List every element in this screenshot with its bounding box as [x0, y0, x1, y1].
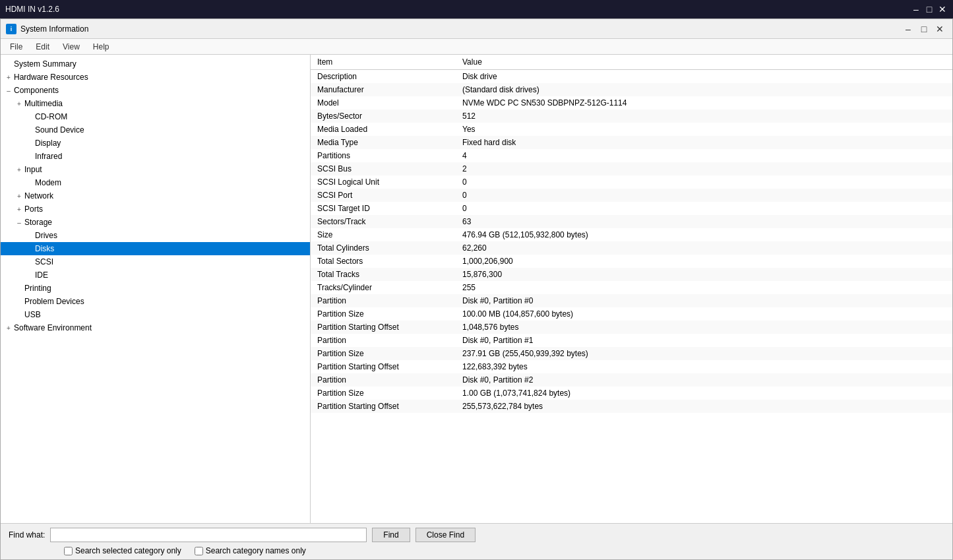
sidebar-item-hardware-resources[interactable]: +Hardware Resources — [1, 71, 310, 84]
table-cell-value: 2 — [456, 162, 952, 175]
sidebar-item-label-scsi: SCSI — [35, 257, 53, 266]
expander-icon-storage: – — [14, 217, 24, 228]
table-cell-value: Fixed hard disk — [456, 136, 952, 149]
sidebar-item-sound-device[interactable]: Sound Device — [1, 123, 310, 137]
app-title-text: System Information — [20, 24, 88, 34]
sidebar-item-printing[interactable]: Printing — [1, 282, 310, 295]
sidebar-item-components[interactable]: –Components — [1, 84, 310, 97]
search-selected-label[interactable]: Search selected category only — [64, 546, 181, 555]
sidebar-item-scsi[interactable]: SCSI — [1, 255, 310, 268]
table-cell-value: 1.00 GB (1,073,741,824 bytes) — [456, 387, 952, 400]
sidebar-item-storage[interactable]: –Storage — [1, 216, 310, 229]
table-row: PartitionDisk #0, Partition #0 — [311, 294, 952, 307]
table-cell-value: 255,573,622,784 bytes — [456, 400, 952, 413]
menu-item-view[interactable]: View — [56, 41, 86, 53]
menu-bar: FileEditViewHelp — [1, 39, 952, 55]
sidebar-item-drives[interactable]: Drives — [1, 229, 310, 242]
table-cell-item: SCSI Logical Unit — [311, 175, 456, 189]
sidebar-item-network[interactable]: +Network — [1, 189, 310, 202]
sidebar-item-modem[interactable]: Modem — [1, 176, 310, 189]
outer-minimize-button[interactable]: – — [911, 4, 921, 15]
table-cell-value: Disk drive — [456, 70, 952, 84]
table-cell-value: (Standard disk drives) — [456, 83, 952, 96]
app-title: i System Information — [6, 24, 88, 34]
outer-close-button[interactable]: ✕ — [937, 4, 948, 15]
sidebar-item-system-summary[interactable]: System Summary — [1, 57, 310, 71]
search-names-label[interactable]: Search category names only — [195, 546, 306, 555]
expander-icon-hardware-resources: + — [3, 72, 14, 82]
table-row: Sectors/Track63 — [311, 215, 952, 228]
sidebar-item-software-environment[interactable]: +Software Environment — [1, 321, 310, 334]
find-label: Find what: — [9, 530, 45, 540]
sidebar-item-infrared[interactable]: Infrared — [1, 150, 310, 163]
sidebar-item-input[interactable]: +Input — [1, 163, 310, 176]
table-cell-item: SCSI Bus — [311, 162, 456, 175]
sidebar: System Summary+Hardware Resources–Compon… — [1, 55, 311, 523]
table-row: Partition Starting Offset255,573,622,784… — [311, 400, 952, 413]
sidebar-item-label-display: Display — [35, 139, 61, 148]
table-cell-value: 0 — [456, 189, 952, 202]
menu-item-edit[interactable]: Edit — [29, 41, 56, 53]
table-cell-item: Partition — [311, 373, 456, 387]
sidebar-item-label-usb: USB — [24, 310, 41, 319]
menu-item-help[interactable]: Help — [86, 41, 116, 53]
table-cell-value: NVMe WDC PC SN530 SDBPNPZ-512G-1114 — [456, 96, 952, 109]
sidebar-item-disks[interactable]: Disks — [1, 242, 310, 255]
expander-icon-software-environment: + — [3, 323, 14, 333]
expander-placeholder-cd-rom — [24, 111, 35, 122]
app-window-controls: – □ ✕ — [901, 22, 947, 36]
expander-placeholder-display — [24, 138, 35, 148]
close-find-button[interactable]: Close Find — [415, 528, 476, 542]
sidebar-item-label-modem: Modem — [35, 178, 61, 187]
sidebar-item-ports[interactable]: +Ports — [1, 202, 310, 216]
table-cell-value: Yes — [456, 123, 952, 136]
table-cell-value: 15,876,300 — [456, 268, 952, 281]
app-minimize-button[interactable]: – — [901, 22, 915, 36]
expander-placeholder-disks — [24, 243, 35, 254]
table-cell-item: Description — [311, 70, 456, 84]
find-input[interactable] — [50, 528, 367, 542]
table-cell-item: Size — [311, 228, 456, 241]
table-row: Total Tracks15,876,300 — [311, 268, 952, 281]
main-content: System Summary+Hardware Resources–Compon… — [1, 55, 952, 523]
find-row: Find what: Find Close Find — [9, 528, 944, 542]
table-cell-item: Partition Starting Offset — [311, 360, 456, 373]
outer-window-controls: – □ ✕ — [911, 4, 948, 15]
table-cell-item: Media Loaded — [311, 123, 456, 136]
menu-item-file[interactable]: File — [3, 41, 29, 53]
table-row: Manufacturer(Standard disk drives) — [311, 83, 952, 96]
sidebar-item-label-disks: Disks — [35, 244, 54, 253]
outer-maximize-button[interactable]: □ — [924, 4, 935, 15]
table-cell-value: 100.00 MB (104,857,600 bytes) — [456, 307, 952, 321]
table-row: Partition Size100.00 MB (104,857,600 byt… — [311, 307, 952, 321]
app-close-button[interactable]: ✕ — [933, 22, 947, 36]
search-names-checkbox[interactable] — [195, 547, 203, 555]
table-cell-value: 476.94 GB (512,105,932,800 bytes) — [456, 228, 952, 241]
search-selected-checkbox[interactable] — [64, 547, 73, 555]
outer-title-text: HDMI IN v1.2.6 — [5, 5, 59, 14]
sidebar-item-cd-rom[interactable]: CD-ROM — [1, 110, 310, 123]
sidebar-item-usb[interactable]: USB — [1, 308, 310, 321]
table-cell-value: 1,000,206,900 — [456, 255, 952, 268]
table-cell-value: Disk #0, Partition #2 — [456, 373, 952, 387]
sidebar-item-label-components: Components — [14, 86, 59, 95]
col-header-item: Item — [311, 55, 456, 70]
sidebar-item-label-sound-device: Sound Device — [35, 125, 84, 135]
sidebar-item-label-drives: Drives — [35, 231, 57, 240]
table-cell-item: Sectors/Track — [311, 215, 456, 228]
app-maximize-button[interactable]: □ — [917, 22, 931, 36]
sidebar-item-problem-devices[interactable]: Problem Devices — [1, 295, 310, 308]
sidebar-item-label-storage: Storage — [24, 218, 52, 227]
detail-panel: Item Value DescriptionDisk driveManufact… — [311, 55, 952, 523]
sidebar-item-label-software-environment: Software Environment — [14, 323, 92, 332]
find-button[interactable]: Find — [372, 528, 410, 542]
bottom-bar: Find what: Find Close Find Search select… — [1, 523, 952, 559]
expander-placeholder-sound-device — [24, 125, 35, 135]
sidebar-item-label-network: Network — [24, 191, 53, 201]
sidebar-item-multimedia[interactable]: +Multimedia — [1, 97, 310, 110]
sidebar-item-display[interactable]: Display — [1, 137, 310, 150]
table-cell-item: SCSI Target ID — [311, 202, 456, 215]
table-cell-value: 62,260 — [456, 241, 952, 255]
expander-placeholder-scsi — [24, 257, 35, 267]
sidebar-item-ide[interactable]: IDE — [1, 268, 310, 282]
